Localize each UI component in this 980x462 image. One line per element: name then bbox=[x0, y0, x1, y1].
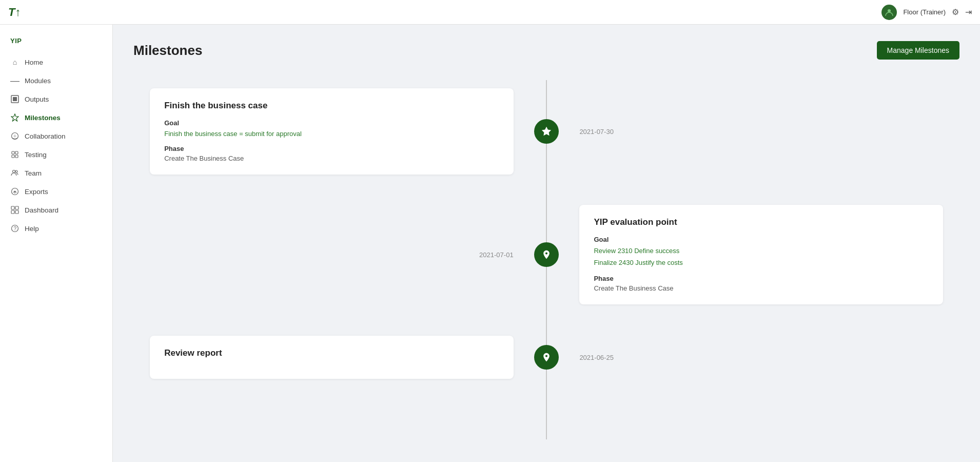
logo: T↑ bbox=[8, 6, 21, 19]
milestone-2-card: YIP evaluation point Goal Review 2310 De… bbox=[579, 205, 943, 304]
logo-text: T↑ bbox=[8, 6, 21, 19]
home-icon: ⌂ bbox=[10, 57, 19, 67]
milestone-3: Review report 2021-06-25 bbox=[133, 326, 959, 388]
milestone-2-goal-label: Goal bbox=[594, 236, 928, 243]
svg-point-11 bbox=[15, 170, 17, 172]
dashboard-icon bbox=[10, 205, 19, 215]
sidebar-item-team-label: Team bbox=[25, 169, 42, 177]
svg-rect-7 bbox=[15, 151, 18, 154]
svg-rect-16 bbox=[15, 210, 18, 214]
sidebar-item-help-label: Help bbox=[25, 225, 39, 233]
svg-rect-15 bbox=[11, 210, 14, 214]
svg-point-1 bbox=[888, 9, 891, 12]
sidebar-item-outputs[interactable]: Outputs bbox=[0, 90, 112, 108]
sidebar-item-milestones-label: Milestones bbox=[25, 114, 61, 122]
svg-text:?: ? bbox=[14, 226, 17, 232]
milestone-3-date: 2021-06-25 bbox=[579, 354, 614, 361]
page-title: Milestones bbox=[133, 43, 202, 59]
sidebar-item-collaboration[interactable]: Collaboration bbox=[0, 127, 112, 145]
milestone-1-phase-label: Phase bbox=[164, 145, 499, 152]
milestone-3-node bbox=[534, 345, 559, 370]
help-icon: ? bbox=[10, 224, 19, 233]
testing-icon bbox=[10, 150, 19, 159]
main-layout: YIP ⌂ Home — Modules Outputs Milestones … bbox=[0, 25, 980, 462]
milestone-1: Finish the business case Goal Finish the… bbox=[133, 80, 959, 183]
manage-milestones-button[interactable]: Manage Milestones bbox=[877, 41, 959, 60]
milestone-2-phase-value: Create The Business Case bbox=[594, 284, 928, 292]
sidebar-item-dashboard[interactable]: Dashboard bbox=[0, 201, 112, 219]
milestone-2: 2021-07-01 YIP evaluation point Goal Rev… bbox=[133, 198, 959, 311]
sidebar-item-exports[interactable]: Exports bbox=[0, 182, 112, 201]
milestone-2-title: YIP evaluation point bbox=[594, 217, 928, 227]
sidebar-item-collaboration-label: Collaboration bbox=[25, 132, 66, 140]
exports-icon bbox=[10, 187, 19, 196]
sidebar-item-dashboard-label: Dashboard bbox=[25, 206, 58, 214]
milestone-2-goal-line2: Finalize 2430 Justify the costs bbox=[594, 257, 928, 268]
milestone-3-title: Review report bbox=[164, 348, 499, 358]
milestone-1-title: Finish the business case bbox=[164, 101, 499, 111]
milestone-1-node bbox=[534, 119, 559, 144]
settings-icon[interactable]: ⚙ bbox=[952, 7, 959, 17]
milestone-3-card: Review report bbox=[150, 336, 513, 379]
milestone-2-goal-line1: Review 2310 Define success bbox=[594, 245, 928, 257]
sidebar-item-testing[interactable]: Testing bbox=[0, 145, 112, 164]
milestone-2-goal-value: Review 2310 Define success Finalize 2430… bbox=[594, 245, 928, 268]
svg-rect-8 bbox=[12, 155, 14, 158]
sidebar: YIP ⌂ Home — Modules Outputs Milestones … bbox=[0, 25, 113, 462]
milestone-1-date: 2021-07-30 bbox=[579, 128, 614, 136]
svg-marker-4 bbox=[11, 114, 18, 121]
svg-rect-6 bbox=[12, 151, 14, 154]
outputs-icon bbox=[10, 94, 19, 104]
milestone-2-node bbox=[534, 242, 559, 267]
sidebar-item-modules[interactable]: — Modules bbox=[0, 71, 112, 90]
milestones-icon bbox=[10, 113, 19, 122]
sidebar-item-outputs-label: Outputs bbox=[25, 95, 49, 103]
milestone-2-phase-label: Phase bbox=[594, 275, 928, 282]
svg-rect-3 bbox=[13, 97, 17, 101]
team-icon bbox=[10, 168, 19, 178]
topbar-right: Floor (Trainer) ⚙ ⇥ bbox=[881, 5, 972, 20]
sidebar-item-team[interactable]: Team bbox=[0, 164, 112, 182]
milestones-timeline: Finish the business case Goal Finish the… bbox=[133, 80, 959, 439]
svg-rect-14 bbox=[15, 206, 18, 209]
sidebar-item-exports-label: Exports bbox=[25, 188, 48, 196]
milestone-1-card: Finish the business case Goal Finish the… bbox=[150, 88, 513, 175]
milestone-1-goal-label: Goal bbox=[164, 119, 499, 127]
sidebar-item-help[interactable]: ? Help bbox=[0, 219, 112, 238]
collaboration-icon bbox=[10, 131, 19, 141]
user-name-label: Floor (Trainer) bbox=[903, 8, 946, 16]
svg-rect-13 bbox=[11, 206, 14, 209]
content-area: Milestones Manage Milestones Finish the … bbox=[113, 25, 980, 462]
milestone-2-date: 2021-07-01 bbox=[479, 251, 514, 259]
sidebar-item-modules-label: Modules bbox=[25, 77, 51, 85]
content-header: Milestones Manage Milestones bbox=[133, 41, 959, 60]
svg-point-10 bbox=[13, 170, 15, 173]
logout-icon[interactable]: ⇥ bbox=[965, 7, 972, 17]
user-avatar bbox=[881, 5, 897, 20]
sidebar-item-testing-label: Testing bbox=[25, 151, 47, 159]
sidebar-item-home[interactable]: ⌂ Home bbox=[0, 53, 112, 71]
milestone-1-phase-value: Create The Business Case bbox=[164, 155, 499, 162]
modules-icon: — bbox=[10, 76, 19, 85]
svg-rect-9 bbox=[15, 155, 18, 158]
project-label: YIP bbox=[0, 33, 112, 53]
topbar: T↑ Floor (Trainer) ⚙ ⇥ bbox=[0, 0, 980, 25]
sidebar-item-home-label: Home bbox=[25, 59, 43, 66]
milestone-1-goal-value: Finish the business case = submit for ap… bbox=[164, 129, 499, 139]
sidebar-item-milestones[interactable]: Milestones bbox=[0, 108, 112, 127]
